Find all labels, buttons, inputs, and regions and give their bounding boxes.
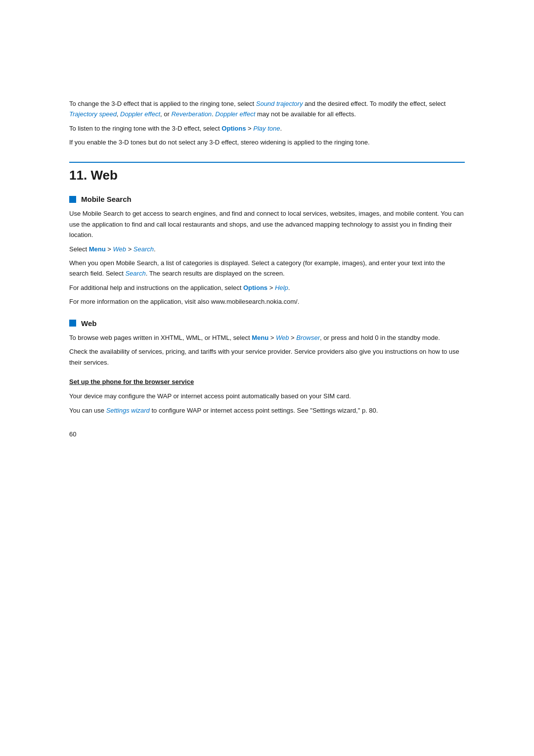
web-title: Web	[81, 319, 96, 328]
menu-select-text: Select	[69, 245, 89, 253]
intro-para-1: To change the 3-D effect that is applied…	[69, 99, 465, 120]
web-link-menu[interactable]: Web	[113, 245, 127, 253]
web-para1-arrow2: >	[289, 334, 296, 341]
chapter-name: Web	[90, 168, 117, 183]
intro-para2-start: To listen to the ringing tone with the 3…	[69, 125, 222, 132]
ms-para3-arrow: >	[267, 284, 275, 291]
chapter-title: 11. Web	[69, 168, 465, 183]
intro-para2-arrow: >	[246, 125, 253, 132]
menu-arrow1: >	[106, 245, 113, 253]
intro-para-2: To listen to the ringing tone with the 3…	[69, 124, 465, 134]
chapter-number: 11.	[69, 168, 87, 183]
intro-section: To change the 3-D effect that is applied…	[69, 99, 465, 148]
web-para1-end: , or press and hold 0 in the standby mod…	[320, 334, 440, 341]
intro-para-3: If you enable the 3-D tones but do not s…	[69, 138, 465, 148]
mobile-search-title: Mobile Search	[81, 195, 132, 203]
options-label: Options	[222, 125, 246, 132]
mobile-search-para4: For more information on the application,…	[69, 296, 465, 307]
page: To change the 3-D effect that is applied…	[0, 0, 534, 756]
mobile-search-icon	[69, 196, 76, 203]
chapter-divider	[69, 162, 465, 163]
web-para2: Check the availability of services, pric…	[69, 346, 465, 368]
browser-link[interactable]: Browser	[296, 334, 320, 341]
reverberation-link[interactable]: Reverberation	[171, 110, 212, 118]
setup-subsubsection-title: Set up the phone for the browser service	[69, 377, 465, 387]
mobile-search-body: Use Mobile Search to get access to searc…	[69, 208, 465, 307]
mobile-search-para2: When you open Mobile Search, a list of c…	[69, 258, 465, 279]
search-link-menu[interactable]: Search	[134, 245, 154, 253]
intro-para2-dot: .	[280, 125, 282, 132]
page-number: 60	[69, 430, 465, 438]
menu-arrow2: >	[126, 245, 134, 253]
search-link-inline[interactable]: Search	[125, 270, 145, 277]
intro-para1-comma: ,	[117, 110, 120, 118]
intro-para1-or: , or	[160, 110, 171, 118]
setup-para2-start: You can use	[69, 407, 106, 414]
web-link-inline[interactable]: Web	[276, 334, 289, 341]
setup-para2-end: to configure WAP or internet access poin…	[150, 407, 378, 414]
options-label2: Options	[243, 284, 267, 291]
ms-para3-start: For additional help and instructions on …	[69, 284, 243, 291]
web-body: To browse web pages written in XHTML, WM…	[69, 332, 465, 416]
intro-para1-text1: To change the 3-D effect that is applied…	[69, 100, 256, 107]
intro-para1-end: may not be available for all effects.	[255, 110, 356, 118]
web-para1-arrow1: >	[268, 334, 276, 341]
web-icon	[69, 320, 76, 327]
help-link[interactable]: Help	[275, 284, 288, 291]
trajectory-speed-link[interactable]: Trajectory speed	[69, 110, 117, 118]
setup-para2: You can use Settings wizard to configure…	[69, 405, 465, 416]
web-para1: To browse web pages written in XHTML, WM…	[69, 332, 465, 343]
mobile-search-header: Mobile Search	[69, 195, 465, 203]
intro-para1-text2: and the desired effect. To modify the ef…	[303, 100, 445, 107]
settings-wizard-link[interactable]: Settings wizard	[106, 407, 150, 414]
menu-dot: .	[154, 245, 156, 253]
doppler-effect-link1[interactable]: Doppler effect	[120, 110, 160, 118]
doppler-effect-link2[interactable]: Doppler effect	[215, 110, 255, 118]
ms-para2-end: . The search results are displayed on th…	[146, 270, 285, 277]
mobile-search-para1: Use Mobile Search to get access to searc…	[69, 208, 465, 240]
ms-para3-dot: .	[288, 284, 290, 291]
web-header: Web	[69, 319, 465, 328]
web-para1-start: To browse web pages written in XHTML, WM…	[69, 334, 252, 341]
setup-para1: Your device may configure the WAP or int…	[69, 391, 465, 401]
play-tone-link[interactable]: Play tone	[253, 125, 280, 132]
menu-bold: Menu	[89, 245, 106, 253]
mobile-search-menu: Select Menu > Web > Search.	[69, 244, 465, 254]
menu-bold2: Menu	[252, 334, 268, 341]
sound-trajectory-link[interactable]: Sound trajectory	[256, 100, 303, 107]
mobile-search-para3: For additional help and instructions on …	[69, 283, 465, 293]
